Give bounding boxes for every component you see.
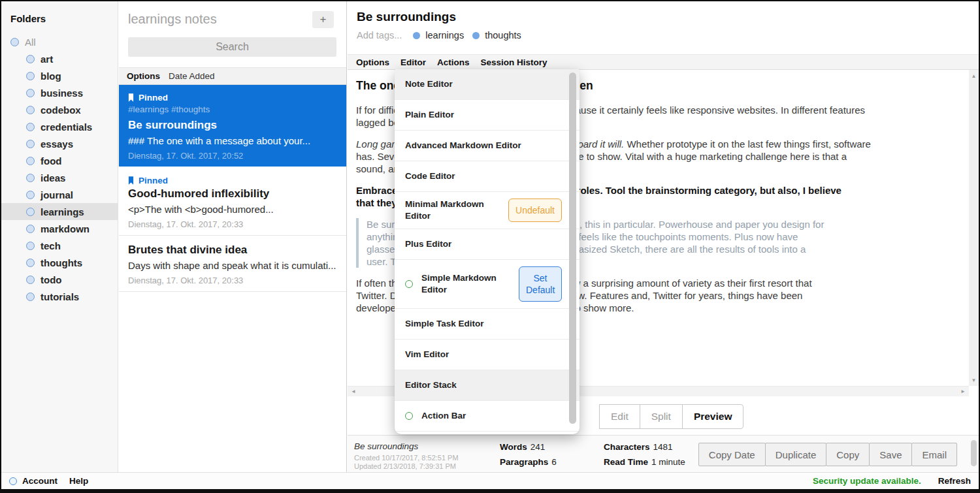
menubar-item[interactable]: Actions: [437, 57, 470, 67]
editor-menu-item[interactable]: Editor Stack: [395, 370, 580, 401]
folder-label: All: [25, 37, 36, 48]
note-tag[interactable]: thoughts: [472, 30, 521, 40]
sidebar-folder-item[interactable]: journal: [1, 186, 118, 203]
sidebar-folder-item[interactable]: learnings: [1, 203, 118, 220]
folder-label: ideas: [41, 172, 65, 183]
folder-label: blog: [41, 71, 61, 82]
editor-menu-item-label: Advanced Markdown Editor: [405, 140, 521, 151]
folder-label: tutorials: [41, 291, 79, 302]
note-tags-list: learnings thoughts: [413, 30, 521, 40]
view-mode-button[interactable]: Edit: [599, 404, 640, 429]
scroll-down-icon[interactable]: ▼: [969, 375, 979, 385]
editor-menu-item[interactable]: Note Editor: [395, 69, 580, 100]
view-mode-button[interactable]: Preview: [682, 404, 744, 429]
dropdown-scrollbar-thumb[interactable]: [569, 72, 576, 424]
view-mode-button[interactable]: Split: [640, 404, 683, 429]
stat-words: Words241: [500, 442, 545, 452]
add-note-button[interactable]: +: [312, 11, 334, 28]
note-list-item[interactable]: Pinned #learnings #thoughts Be surroundi…: [119, 85, 346, 168]
editor-menu-item[interactable]: Code Editor: [395, 161, 580, 192]
folder-circle-icon: [26, 157, 35, 165]
sidebar-folder-item[interactable]: markdown: [1, 220, 118, 237]
note-action-button[interactable]: Copy Date: [698, 443, 766, 466]
note-action-button[interactable]: Email: [911, 443, 957, 466]
editor-menu-item[interactable]: Vim Editor: [395, 340, 580, 370]
sidebar-folder-item[interactable]: essays: [1, 135, 118, 152]
notes-options-button[interactable]: Options: [127, 71, 160, 81]
editor-menu-item-label: Minimal Markdown Editor: [405, 199, 503, 222]
editor-menu-item-label: Code Editor: [405, 170, 455, 182]
note-item-date: Dienstag, 17. Okt. 2017, 20:52: [128, 151, 337, 161]
note-tag[interactable]: learnings: [413, 30, 464, 40]
sidebar-folder-item[interactable]: tutorials: [1, 288, 118, 305]
scroll-left-icon[interactable]: ◄: [351, 389, 356, 394]
editor-menu-item-label: Vim Editor: [405, 349, 449, 360]
help-button[interactable]: Help: [69, 476, 88, 486]
pinned-label: Pinned: [139, 93, 168, 103]
content-vertical-scrollbar[interactable]: ▲ ▼: [969, 70, 979, 386]
note-item-title: Brutes that divine idea: [128, 244, 337, 257]
default-toggle-button[interactable]: Set Default: [519, 266, 562, 302]
editor-menu-item[interactable]: Advanced Markdown Editor: [395, 131, 580, 161]
sidebar-folder-item[interactable]: todo: [1, 271, 118, 288]
notes-panel-title: learnings notes: [128, 12, 217, 27]
sidebar-folder-item[interactable]: All: [1, 33, 118, 50]
refresh-button[interactable]: Refresh: [938, 476, 971, 486]
sidebar-folder-item[interactable]: food: [1, 152, 118, 169]
notes-toolbar: Options Date Added: [119, 67, 346, 85]
folder-circle-icon: [26, 89, 35, 97]
tags-row: Add tags... learnings thoughts: [348, 25, 979, 47]
sidebar-folder-item[interactable]: credentials: [1, 118, 118, 135]
editor-menu-item[interactable]: Action Bar: [395, 401, 580, 432]
folder-circle-icon: [26, 123, 35, 131]
note-list-item[interactable]: Pinned Good-humored inflexibility <p>The…: [119, 168, 346, 236]
note-action-button[interactable]: Duplicate: [765, 443, 827, 466]
note-list-item[interactable]: Brutes that divine idea Days with shape …: [119, 236, 346, 292]
folder-circle-icon: [26, 55, 35, 63]
sidebar-folder-item[interactable]: codebox: [1, 101, 118, 118]
sidebar-folder-item[interactable]: business: [1, 84, 118, 101]
folder-circle-icon: [10, 38, 19, 46]
notes-list: Pinned #learnings #thoughts Be surroundi…: [119, 85, 346, 472]
note-action-button[interactable]: Copy: [826, 443, 870, 466]
folder-circle-icon: [26, 106, 35, 114]
notes-panel: learnings notes + Search Options Date Ad…: [119, 1, 347, 472]
account-button[interactable]: Account: [9, 476, 57, 486]
folder-circle-icon: [26, 242, 35, 250]
editor-menu-item[interactable]: Plus Editor: [395, 229, 580, 260]
folder-label: markdown: [41, 223, 90, 234]
folder-label: tech: [41, 240, 61, 251]
notes-sort-label[interactable]: Date Added: [169, 71, 215, 81]
scroll-up-icon[interactable]: ▲: [969, 71, 979, 80]
scroll-right-icon[interactable]: ►: [960, 389, 966, 394]
sidebar-folder-item[interactable]: thoughts: [1, 254, 118, 271]
menubar-item[interactable]: Editor: [400, 57, 426, 67]
note-item-date: Dienstag, 17. Okt. 2017, 20:33: [128, 219, 337, 229]
search-input[interactable]: Search: [128, 37, 336, 57]
editor-menubar: Options Editor Actions Session History: [348, 54, 979, 70]
note-title[interactable]: Be surroundings: [348, 1, 979, 25]
add-tags-input[interactable]: Add tags...: [357, 30, 402, 40]
editor-menu-item[interactable]: Minimal Markdown Editor Undefault: [395, 192, 580, 229]
tag-dot-icon: [413, 32, 420, 39]
sidebar-folder-item[interactable]: art: [1, 50, 118, 67]
sidebar-folder-item[interactable]: tech: [1, 237, 118, 254]
editor-menu-item[interactable]: Simple Task Editor: [395, 309, 580, 340]
note-action-button[interactable]: Save: [869, 443, 912, 466]
folders-sidebar: Folders All art blog business: [1, 1, 118, 472]
editor-menu-item[interactable]: Plain Editor: [395, 100, 580, 131]
folder-label: codebox: [41, 104, 81, 116]
editor-menu-item[interactable]: Simple Markdown Editor Set Default: [395, 260, 580, 309]
note-item-title: Be surroundings: [128, 119, 337, 132]
folders-list: All art blog business codebox: [1, 33, 118, 305]
default-toggle-button[interactable]: Undefault: [508, 199, 562, 222]
folder-circle-icon: [26, 259, 35, 267]
note-item-preview: Days with shape and speak what it is cum…: [128, 260, 337, 271]
menubar-item[interactable]: Options: [356, 57, 389, 67]
menubar-item[interactable]: Session History: [481, 57, 547, 67]
editor-pane: Be surroundings Add tags... learnings th…: [348, 1, 979, 472]
stat-characters: Characters1481: [604, 442, 673, 452]
sidebar-folder-item[interactable]: ideas: [1, 169, 118, 186]
sidebar-folder-item[interactable]: blog: [1, 67, 118, 84]
status-scrollbar-thumb[interactable]: [971, 440, 977, 466]
